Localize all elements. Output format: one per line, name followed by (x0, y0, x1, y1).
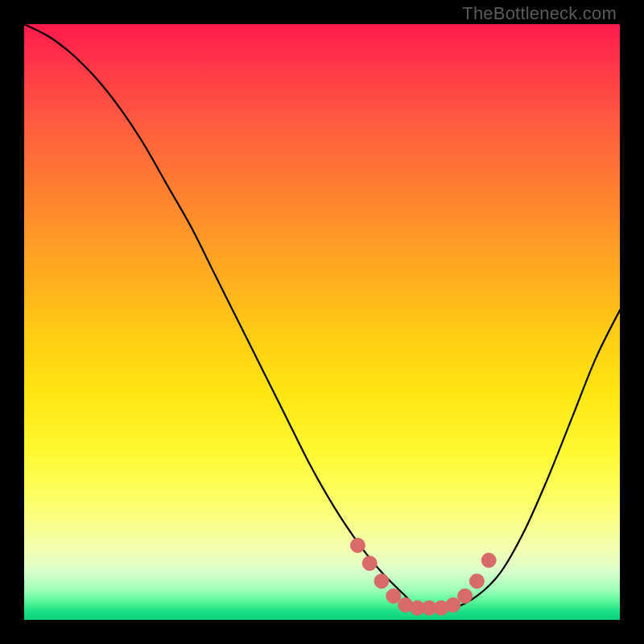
curve-marker (374, 574, 389, 588)
curve-layer (24, 24, 620, 620)
curve-marker (446, 598, 460, 613)
watermark-text: TheBottleneck.com (462, 3, 617, 24)
curve-marker (386, 588, 401, 603)
curve-marker (350, 539, 365, 553)
curve-marker (481, 553, 496, 568)
curve-marker (362, 556, 377, 571)
plot-area (24, 24, 620, 620)
chart-frame: TheBottleneck.com (0, 0, 644, 644)
bottleneck-curve (24, 24, 620, 609)
curve-marker (469, 574, 484, 588)
curve-marker (458, 588, 473, 603)
curve-markers (350, 539, 496, 616)
